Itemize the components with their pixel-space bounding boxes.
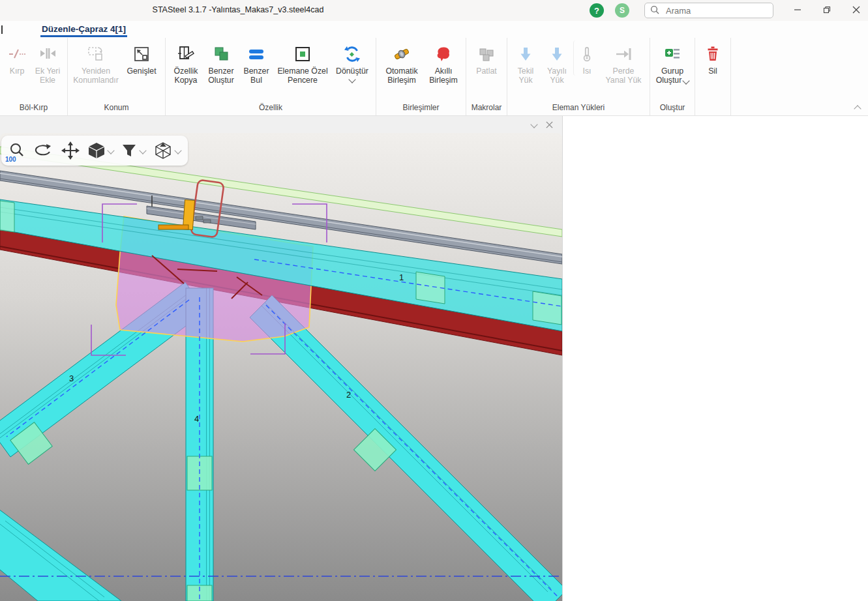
ribbon-group-bol-kirp: Kırp Ek Yeri Ekle Böl-Kırp	[0, 38, 68, 115]
distributed-load-arrow-icon	[548, 44, 566, 65]
member-label-1: 1	[399, 272, 404, 282]
avatar[interactable]: S	[615, 3, 629, 18]
convert-icon	[343, 44, 361, 65]
global-search[interactable]	[644, 3, 773, 18]
view-toolbar: 100	[1, 136, 188, 166]
view-orientation-tool[interactable]	[151, 141, 183, 160]
kirp-button[interactable]: Kırp	[3, 40, 31, 76]
title-bar: STASteel 3.1.7 -Yalıntas_Makas7_v3.steel…	[0, 0, 868, 21]
ribbon-collapse-icon[interactable]	[854, 105, 861, 112]
chevron-down-icon	[348, 76, 355, 83]
3d-canvas[interactable]: 1 2 3 4 100	[0, 133, 562, 601]
reposition-icon	[87, 44, 105, 65]
chevron-down-icon	[174, 147, 181, 154]
lateral-load-icon	[614, 44, 633, 65]
genislet-button[interactable]: Genişlet	[121, 40, 162, 76]
find-similar-icon	[247, 44, 265, 65]
shading-mode-tool[interactable]	[86, 141, 115, 160]
ribbon-group-makrolar: Patlat Makrolar	[466, 38, 507, 115]
ribbon-group-konum: Yeniden Konumlandır Genişlet Konum	[68, 38, 166, 115]
maximize-button[interactable]	[815, 0, 839, 20]
minimize-icon	[794, 6, 801, 14]
element-window-icon	[293, 44, 312, 65]
akilli-birlesim-button[interactable]: Akıllı Birleşim	[425, 40, 462, 85]
trash-icon	[704, 44, 722, 65]
pane-collapse-icon[interactable]	[530, 121, 537, 128]
orbit-tool[interactable]	[31, 143, 55, 158]
bolt-icon	[392, 44, 412, 65]
properties-panel: Çapraz 4 ID:12399 26 Ara Çapraz Levhası	[562, 116, 868, 601]
minimize-button[interactable]	[786, 0, 809, 20]
gurup-olustur-button[interactable]: Gurup Oluştur	[653, 40, 691, 85]
extend-icon	[132, 44, 151, 65]
search-input[interactable]	[665, 5, 758, 16]
help-icon: ?	[594, 6, 599, 16]
splice-add-icon	[38, 44, 57, 65]
ribbon-group-sil: Sil	[695, 38, 731, 115]
ribbon-group-birlesimler: Otomatik Birleşim Akıllı Birleşim Birleş…	[376, 38, 466, 115]
chevron-down-icon	[683, 77, 690, 84]
benzer-olustur-button[interactable]: Benzer Oluştur	[203, 40, 239, 85]
chevron-down-icon	[107, 147, 114, 154]
ozellik-kopya-button[interactable]: Özellik Kopya	[169, 40, 203, 85]
tab-row: Düzenle-Çapraz 4[1]	[0, 21, 868, 38]
yeniden-konumlandir-button[interactable]: Yeniden Konumlandır	[71, 40, 121, 85]
smart-bubble-icon	[434, 44, 453, 65]
point-load-arrow-icon	[516, 44, 535, 65]
explode-icon	[477, 44, 496, 65]
sil-button[interactable]: Sil	[698, 40, 727, 76]
ribbon-group-eleman-yukleri: Tekil Yük Yayılı Yük Isı Perde Yanal Yük	[507, 38, 650, 115]
otomatik-birlesim-button[interactable]: Otomatik Birleşim	[380, 40, 424, 85]
help-button[interactable]: ?	[590, 3, 604, 18]
ribbon-group-ozellik: Özellik Kopya Benzer Oluştur Benzer Bul …	[166, 38, 376, 115]
ek-yeri-ekle-button[interactable]: Ek Yeri Ekle	[31, 40, 64, 85]
member-label-3: 3	[69, 374, 74, 383]
3d-scene: 1 2 3 4	[0, 133, 562, 601]
close-button[interactable]	[845, 0, 868, 20]
pan-tool[interactable]	[59, 141, 82, 160]
property-copy-icon	[177, 44, 195, 65]
search-icon	[650, 5, 659, 16]
ribbon-group-olustur: Gurup Oluştur Oluştur	[650, 38, 695, 115]
thermometer-icon	[578, 44, 596, 65]
tab-fragment[interactable]	[1, 25, 3, 34]
benzer-bul-button[interactable]: Benzer Bul	[239, 40, 273, 85]
filter-tool[interactable]	[119, 142, 147, 159]
member-label-2: 2	[346, 390, 351, 400]
zoom-level: 100	[5, 156, 16, 163]
viewport-pane-header	[0, 116, 562, 133]
yayili-yuk-button[interactable]: Yayılı Yük	[541, 40, 573, 85]
chevron-down-icon	[139, 147, 146, 154]
main-area: 1 2 3 4 100	[0, 116, 868, 601]
trim-icon	[8, 44, 26, 65]
member-label-4: 4	[194, 414, 199, 424]
close-icon	[852, 6, 860, 14]
perde-yanal-yuk-button[interactable]: Perde Yanal Yük	[601, 40, 646, 85]
window-title: STASteel 3.1.7 -Yalıntas_Makas7_v3.steel…	[130, 5, 346, 14]
pane-close-icon[interactable]	[546, 121, 553, 128]
viewport-pane: 1 2 3 4 100	[0, 116, 562, 601]
tekil-yuk-button[interactable]: Tekil Yük	[511, 40, 541, 85]
create-similar-icon	[212, 44, 230, 65]
ribbon: Kırp Ek Yeri Ekle Böl-Kırp Yeniden Konum…	[0, 38, 868, 116]
isi-button[interactable]: Isı	[573, 40, 600, 76]
group-create-icon	[663, 44, 681, 65]
elemane-ozel-pencere-button[interactable]: Elemane Özel Pencere	[274, 40, 331, 85]
tab-duzenle-capraz[interactable]: Düzenle-Çapraz 4[1]	[40, 23, 127, 37]
donustur-button[interactable]: Dönüştür	[332, 40, 372, 82]
restore-icon	[823, 6, 831, 14]
zoom-tool[interactable]: 100	[7, 142, 27, 159]
patlat-button[interactable]: Patlat	[470, 40, 503, 76]
